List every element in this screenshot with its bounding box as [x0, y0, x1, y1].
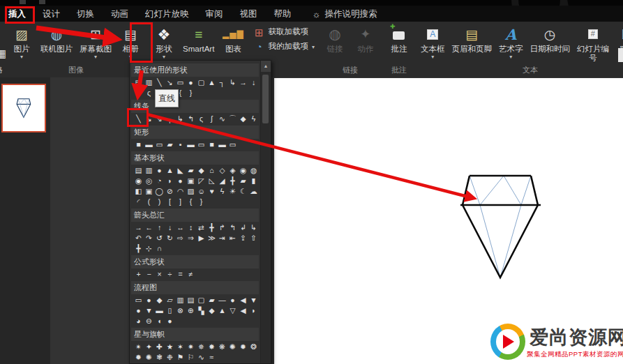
shape-item[interactable]: ▱ [165, 295, 175, 305]
smartart-button[interactable]: SmartArt [180, 24, 217, 55]
shape-item[interactable]: ↔ [175, 222, 186, 233]
shape-item[interactable]: ▲ [207, 77, 217, 88]
tab-1[interactable]: 插入 [0, 6, 34, 23]
shape-item[interactable]: ● [133, 305, 144, 316]
shape-item[interactable]: ◸ [196, 176, 207, 186]
shape-item[interactable]: ⊹ [144, 243, 154, 254]
shape-item[interactable]: ● [144, 295, 154, 305]
shape-item[interactable]: ┐ [217, 77, 227, 88]
shape-item[interactable]: ▰ [207, 295, 217, 305]
shape-item[interactable]: ◗ [248, 305, 259, 316]
shape-item[interactable]: ↺ [154, 233, 165, 243]
shape-item[interactable]: ✹ [133, 352, 144, 363]
shape-item[interactable]: ▚ [196, 305, 207, 316]
shape-item[interactable]: ∩ [154, 243, 165, 254]
shape-item[interactable]: ◣ [175, 165, 186, 176]
shape-item[interactable]: ╲ [154, 77, 165, 88]
shape-item[interactable]: ▣ [144, 186, 154, 197]
shape-item[interactable]: ϟ [217, 186, 227, 197]
diamond-shape[interactable] [453, 169, 548, 287]
shape-item[interactable]: ÷ [165, 269, 175, 280]
shape-item[interactable]: ◆ [154, 295, 165, 305]
shape-item[interactable]: × [154, 269, 165, 280]
shape-item[interactable]: ▭ [175, 77, 186, 88]
header-footer-button[interactable]: 页眉和页脚 [449, 24, 495, 55]
shape-item[interactable]: ≫ [207, 233, 217, 243]
shape-item[interactable]: ↘ [165, 77, 175, 88]
shape-item[interactable]: ❂ [248, 342, 259, 352]
shape-item[interactable]: ◎ [144, 176, 154, 186]
shapes-button[interactable]: 形状▾ [149, 24, 179, 60]
shape-item[interactable]: ▤ [186, 295, 196, 305]
shape-item[interactable]: ◉ [133, 176, 144, 186]
shape-item[interactable]: ⇄ [196, 222, 207, 233]
shape-item[interactable]: ▯ [165, 305, 175, 316]
shape-item[interactable]: ☀ [227, 186, 238, 197]
shape-item[interactable]: ▼ [144, 305, 154, 316]
shape-item[interactable]: ≈ [207, 352, 217, 363]
tab-6[interactable]: 审阅 [197, 6, 232, 23]
shape-item[interactable]: ↘ [144, 114, 154, 124]
shape-item[interactable]: ⇪ [238, 233, 248, 243]
shape-item[interactable]: ▭ [154, 139, 165, 150]
shape-item[interactable]: ↕ [186, 222, 196, 233]
shape-item[interactable]: ↷ [144, 233, 154, 243]
tab-2[interactable]: 设计 [34, 6, 68, 23]
action-button[interactable]: 动作 [351, 24, 380, 55]
shape-item[interactable]: ✺ [144, 352, 154, 363]
shape-item[interactable]: ∿ [217, 114, 227, 124]
shape-item[interactable]: ⊖ [144, 316, 154, 326]
shape-item[interactable]: ← [144, 222, 154, 233]
shape-item[interactable]: ✚ [154, 342, 165, 352]
my-addins-button[interactable]: 我的加载项▾ [252, 41, 316, 52]
shape-item[interactable]: ↑ [154, 222, 165, 233]
shape-item[interactable]: ☁ [248, 186, 259, 197]
shape-item[interactable]: ▰ [165, 139, 175, 150]
comment-button[interactable]: 批注 [384, 24, 414, 55]
shape-item[interactable]: — [217, 295, 227, 305]
shape-item[interactable]: ◔ [154, 176, 165, 186]
shape-item[interactable]: → [133, 222, 144, 233]
shape-item[interactable]: ↳ [227, 77, 238, 88]
shape-item[interactable]: ❃ [154, 352, 165, 363]
shape-item[interactable]: ▬ [154, 305, 165, 316]
shape-item[interactable]: ⇘ [154, 114, 165, 124]
shape-item[interactable]: ▬ [186, 139, 196, 150]
chart-button[interactable]: 图表 [218, 24, 248, 55]
get-addins-button[interactable]: 获取加载项 [252, 26, 310, 38]
shape-item[interactable]: ✷ [186, 342, 196, 352]
shape-item[interactable]: ✵ [196, 342, 207, 352]
shape-item[interactable]: ] [175, 197, 186, 207]
shape-item[interactable]: ◆ [238, 114, 248, 124]
shape-item[interactable]: ⌒ [227, 114, 238, 124]
shape-item[interactable]: ◀ [238, 295, 248, 305]
shape-item[interactable]: ◢ [217, 176, 227, 186]
shape-item[interactable]: ◖ [154, 316, 165, 326]
shape-item[interactable]: ⇨ [175, 233, 186, 243]
shape-item[interactable]: ✹ [238, 342, 248, 352]
shape-item[interactable]: ✺ [227, 342, 238, 352]
shape-item[interactable]: ◖ [133, 88, 144, 98]
shape-item[interactable]: ▼ [248, 295, 259, 305]
tab-8[interactable]: 帮助 [266, 6, 300, 23]
wordart-button[interactable]: 艺术字▾ [496, 24, 526, 60]
shape-item[interactable]: ▮ [248, 176, 259, 186]
slide-thumbnail[interactable] [1, 84, 46, 132]
tab-4[interactable]: 动画 [103, 6, 137, 23]
shape-item[interactable]: ▭ [196, 139, 207, 150]
shape-item[interactable]: ● [165, 316, 175, 326]
shape-item[interactable]: ⊘ [165, 186, 175, 197]
shape-item[interactable]: ▥ [144, 165, 154, 176]
shape-item[interactable]: ↰ [227, 222, 238, 233]
shape-item[interactable]: ⇒ [186, 233, 196, 243]
shape-item[interactable]: ▤ [133, 77, 144, 88]
shape-item[interactable]: ⊕ [186, 305, 196, 316]
shape-item[interactable]: ✶ [175, 342, 186, 352]
shape-item[interactable]: ✦ [144, 342, 154, 352]
slide-canvas[interactable]: 爱尚资源网 聚集全网精品PPT素材资源的网站 [274, 78, 623, 364]
shape-item[interactable]: ╋ [227, 176, 238, 186]
shape-item[interactable]: ▲ [217, 305, 227, 316]
shape-item[interactable]: { [186, 197, 196, 207]
datetime-button[interactable]: 日期和时间 [527, 24, 573, 55]
shape-item[interactable]: [ [165, 197, 175, 207]
